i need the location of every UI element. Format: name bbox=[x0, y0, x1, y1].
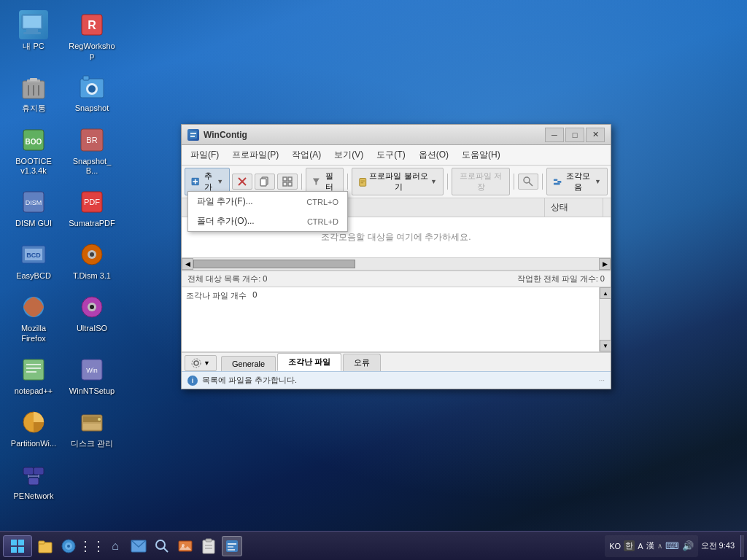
svg-rect-8 bbox=[30, 78, 37, 81]
svg-rect-62 bbox=[288, 177, 292, 181]
tab-generale[interactable]: Generale bbox=[221, 356, 276, 371]
log-row: 조각나 파일 개수 0 bbox=[186, 290, 596, 301]
system-tray-caret[interactable]: ∧ bbox=[657, 542, 662, 550]
maximize-button[interactable]: □ bbox=[565, 128, 584, 142]
svg-rect-66 bbox=[359, 179, 365, 187]
menu-file[interactable]: 파일(F) bbox=[185, 147, 225, 163]
desktop-icon-snapshot[interactable]: Snapshot bbox=[66, 69, 118, 116]
save-profile-button[interactable]: 프로파일 저장 bbox=[452, 168, 510, 195]
delete-icon bbox=[237, 176, 247, 187]
taskbar-clipboard[interactable] bbox=[198, 536, 219, 556]
scroll-right-button[interactable]: ▶ bbox=[599, 258, 611, 270]
svg-text:BOO: BOO bbox=[26, 138, 42, 146]
show-desktop-button[interactable] bbox=[740, 535, 744, 557]
svg-rect-3 bbox=[23, 32, 41, 34]
desktop-icon-my-pc[interactable]: 내 PC bbox=[7, 7, 60, 63]
log-files-value: 0 bbox=[252, 290, 257, 301]
log-scroll-down-button[interactable]: ▼ bbox=[600, 340, 611, 351]
taskbar-mail[interactable] bbox=[128, 536, 149, 556]
svg-rect-96 bbox=[228, 546, 233, 548]
svg-point-74 bbox=[194, 361, 198, 365]
minimize-button[interactable]: ─ bbox=[545, 128, 564, 142]
status-bar-top: 전체 대상 목록 개수: 0 작업한 전체 파일 개수: 0 bbox=[182, 271, 611, 287]
load-profile-button[interactable]: 프로파일 불러오기 ▼ bbox=[352, 168, 444, 195]
menu-help[interactable]: 도움알(H) bbox=[456, 147, 506, 163]
taskbar-wincontig-active[interactable] bbox=[222, 536, 242, 556]
start-button[interactable] bbox=[3, 535, 32, 557]
desktop-icon-disk-mgmt[interactable]: 디스크 관리 bbox=[66, 405, 118, 451]
taskbar-browser[interactable] bbox=[58, 536, 79, 556]
browser-icon bbox=[61, 538, 77, 554]
grid-button[interactable] bbox=[277, 174, 298, 190]
desktop-icon-penet-label: PENetwork bbox=[13, 491, 53, 501]
delete-button[interactable] bbox=[232, 174, 252, 190]
menu-work[interactable]: 작업(A) bbox=[286, 147, 327, 163]
info-icon: i bbox=[187, 376, 198, 386]
taskbar-file-manager[interactable] bbox=[35, 536, 55, 556]
taskbar-photos[interactable] bbox=[175, 536, 196, 556]
folder-add-item[interactable]: 폴더 추가(O)... CTRL+D bbox=[188, 211, 347, 231]
desktop-icon-tdism-label: T.Dism 3.1 bbox=[73, 271, 111, 281]
gear-icon bbox=[191, 358, 201, 368]
add-arrow-icon: ▼ bbox=[217, 178, 223, 185]
file-manager-icon bbox=[37, 538, 53, 554]
desktop-icon-easybcd[interactable]: BCD EasyBCD bbox=[7, 237, 60, 284]
svg-rect-79 bbox=[18, 547, 24, 553]
svg-text:BR: BR bbox=[86, 136, 97, 144]
copy-icon bbox=[260, 176, 270, 187]
svg-rect-35 bbox=[26, 364, 41, 365]
menu-profile[interactable]: 프로파일(P) bbox=[226, 147, 285, 163]
desktop-icon-regworkshop[interactable]: R RegWorkshop bbox=[66, 7, 118, 63]
desktop-icon-penet[interactable]: PENetwork bbox=[7, 457, 60, 504]
desktop-icon-firefox[interactable]: Mozilla Firefox bbox=[7, 289, 60, 346]
desktop-icon-partitionw[interactable]: PartitionWi... bbox=[7, 405, 60, 451]
scroll-track[interactable] bbox=[193, 260, 599, 268]
defrag-button[interactable]: 조각모음 ▼ bbox=[546, 168, 608, 195]
volume-icon[interactable]: 🔊 bbox=[682, 540, 694, 551]
file-add-shortcut: CTRL+O bbox=[306, 198, 338, 206]
svg-rect-64 bbox=[288, 182, 292, 186]
svg-text:DISM: DISM bbox=[26, 199, 42, 206]
scroll-left-button[interactable]: ◀ bbox=[182, 258, 193, 270]
close-button[interactable]: ✕ bbox=[586, 128, 605, 142]
taskbar-search[interactable] bbox=[152, 536, 172, 556]
desktop-icon-bootice[interactable]: BOO BOOTICE v1.3.4k bbox=[7, 122, 60, 179]
svg-rect-81 bbox=[39, 541, 44, 544]
desktop-icon-dism[interactable]: DISM DISM GUI bbox=[7, 184, 60, 231]
menu-view[interactable]: 보기(V) bbox=[328, 147, 369, 163]
desktop-icon-notepad[interactable]: notepad++ bbox=[7, 352, 60, 399]
svg-rect-47 bbox=[28, 478, 39, 485]
menu-options[interactable]: 옵션(O) bbox=[413, 147, 454, 163]
taskbar-dots[interactable]: ⋮⋮ bbox=[82, 536, 102, 556]
desktop-icon-tdism[interactable]: T.Dism 3.1 bbox=[66, 237, 118, 284]
desktop-icon-snapshotb[interactable]: BR Snapshot_B... bbox=[66, 122, 118, 179]
svg-rect-97 bbox=[228, 549, 235, 551]
desktop-icon-winntsetup[interactable]: Win WinNTSetup bbox=[66, 352, 118, 399]
empty-text: 조각모음할 대상을 여기에 추가하세요. bbox=[321, 231, 471, 244]
log-files-label: 조각나 파일 개수 bbox=[186, 290, 247, 301]
tab-errors[interactable]: 오류 bbox=[343, 354, 381, 371]
desktop-icon-notepad-label: notepad++ bbox=[15, 386, 53, 396]
settings-button[interactable]: ▼ bbox=[185, 355, 217, 371]
horizontal-scrollbar[interactable]: ◀ ▶ bbox=[182, 257, 611, 271]
log-scroll-up-button[interactable]: ▲ bbox=[600, 287, 611, 299]
log-scrollbar[interactable]: ▲ ▼ bbox=[599, 287, 611, 351]
defrag-label: 조각모음 bbox=[564, 171, 592, 192]
menu-tools[interactable]: 도구(T) bbox=[371, 147, 411, 163]
log-content: 조각나 파일 개수 0 bbox=[182, 287, 611, 304]
search-button[interactable] bbox=[518, 174, 538, 190]
total-files-text: 작업한 전체 파일 개수: 0 bbox=[517, 273, 605, 284]
menu-bar: 파일(F) 프로파일(P) 작업(A) 보기(V) 도구(T) 옵션(O) 도움… bbox=[182, 145, 611, 166]
desktop-icon-trash[interactable]: 휴지통 bbox=[7, 69, 60, 116]
copy-button[interactable] bbox=[255, 174, 275, 190]
desktop-icon-ultraiso[interactable]: UltraISO bbox=[66, 289, 118, 346]
tab-fragmented[interactable]: 조각난 파일 bbox=[277, 353, 341, 371]
desktop-icon-sumatra[interactable]: PDF SumatraPDF bbox=[66, 184, 118, 231]
folder-add-label: 폴더 추가(O)... bbox=[197, 215, 255, 228]
desktop-icon-firefox-label: Mozilla Firefox bbox=[21, 324, 46, 343]
wincontig-taskbar-icon bbox=[225, 540, 239, 553]
file-add-item[interactable]: 파일 추가(F)... CTRL+O bbox=[188, 192, 347, 211]
scroll-thumb[interactable] bbox=[193, 260, 355, 268]
taskbar-home[interactable]: ⌂ bbox=[105, 536, 125, 556]
svg-rect-73 bbox=[554, 183, 560, 185]
